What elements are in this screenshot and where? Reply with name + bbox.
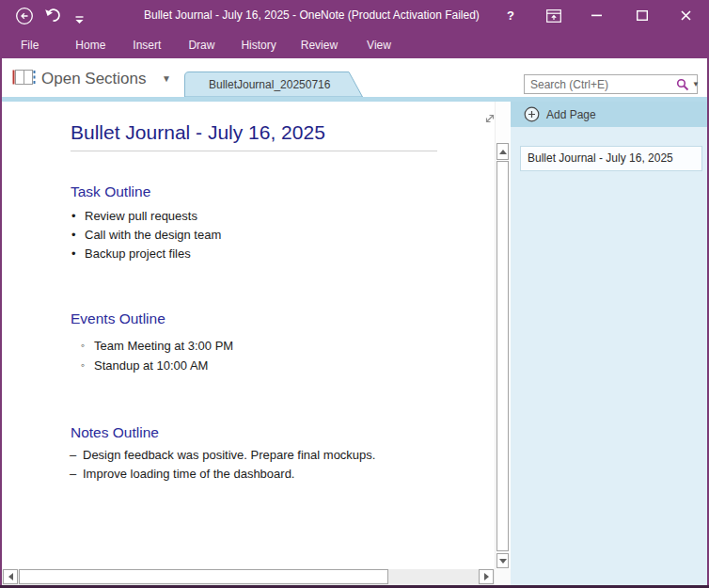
ribbon-display-options-button[interactable] xyxy=(542,4,566,27)
back-button[interactable] xyxy=(15,7,34,29)
triangle-up-icon xyxy=(499,150,507,154)
page-title[interactable]: Bullet Journal - July 16, 2025 xyxy=(71,121,325,144)
plus-circle-icon xyxy=(524,106,540,122)
section-events-outline: Events Outline Team Meeting at 3:00 PM S… xyxy=(2,310,233,375)
search-input[interactable] xyxy=(525,78,676,91)
tab-strip-band xyxy=(0,97,709,102)
notebook-icon xyxy=(12,69,37,90)
triangle-down-icon xyxy=(499,559,507,564)
scroll-right-button[interactable] xyxy=(479,569,494,584)
search-box: ▼ xyxy=(524,74,698,94)
window-border-left xyxy=(0,58,2,585)
section-tab-label: BulletJournal_20250716 xyxy=(209,78,330,91)
list-item[interactable]: Team Meeting at 3:00 PM xyxy=(81,336,233,356)
page-title-underline xyxy=(71,151,437,151)
search-scope-caret-icon[interactable]: ▼ xyxy=(689,80,704,88)
list-item[interactable]: Backup project files xyxy=(71,245,221,263)
horizontal-scrollbar-thumb[interactable] xyxy=(19,569,388,584)
maximize-button[interactable] xyxy=(630,4,654,27)
scroll-up-button[interactable] xyxy=(496,143,509,160)
section-heading[interactable]: Events Outline xyxy=(71,310,233,327)
help-button[interactable]: ? xyxy=(498,4,523,27)
open-sections-dropdown[interactable]: Open Sections xyxy=(41,70,147,88)
chevron-down-icon[interactable]: ▼ xyxy=(162,73,171,84)
menu-tab-insert[interactable]: Insert xyxy=(133,39,161,52)
close-button[interactable] xyxy=(673,4,698,27)
list-item[interactable]: Review pull requests xyxy=(71,207,221,226)
navigation-bar: Open Sections ▼ BulletJournal_20250716 ▼ xyxy=(0,58,709,97)
vertical-scrollbar[interactable] xyxy=(495,102,509,569)
minimize-button[interactable] xyxy=(584,4,608,27)
add-page-label: Add Page xyxy=(546,108,596,121)
page-list-sidebar: Add Page Bullet Journal - July 16, 2025 xyxy=(511,102,707,585)
triangle-left-icon xyxy=(8,573,13,580)
page-list-item-selected[interactable]: Bullet Journal - July 16, 2025 xyxy=(520,146,702,171)
window-title: Bullet Journal - July 16, 2025 - OneNote… xyxy=(144,8,480,22)
vertical-scrollbar-thumb[interactable] xyxy=(496,161,509,551)
menu-tab-file[interactable]: File xyxy=(21,39,39,52)
list-item[interactable]: Design feedback was positive. Prepare fi… xyxy=(70,446,375,465)
list-item[interactable]: Standup at 10:00 AM xyxy=(81,356,233,375)
notes-list: Design feedback was positive. Prepare fi… xyxy=(70,446,375,484)
scroll-down-button[interactable] xyxy=(496,553,509,568)
scroll-left-button[interactable] xyxy=(3,569,18,584)
list-item[interactable]: Improve loading time of the dashboard. xyxy=(70,465,375,484)
menu-tab-draw[interactable]: Draw xyxy=(188,39,214,52)
ribbon-tab-bar: File Home Insert Draw History Review Vie… xyxy=(0,31,709,58)
menu-tab-home[interactable]: Home xyxy=(75,39,105,52)
list-item[interactable]: Call with the design team xyxy=(71,226,221,245)
section-heading[interactable]: Task Outline xyxy=(71,183,221,200)
customize-quick-access-toolbar-icon[interactable] xyxy=(75,11,84,28)
search-icon[interactable] xyxy=(676,78,689,91)
section-tab-bulletjournal[interactable]: BulletJournal_20250716 xyxy=(184,72,372,97)
onenote-window: Bullet Journal - July 16, 2025 - OneNote… xyxy=(0,0,709,588)
undo-button[interactable] xyxy=(44,8,61,26)
task-list: Review pull requests Call with the desig… xyxy=(71,207,221,263)
scrollbar-corner xyxy=(495,569,511,585)
section-task-outline: Task Outline Review pull requests Call w… xyxy=(2,183,221,263)
triangle-right-icon xyxy=(484,573,489,580)
menu-tab-history[interactable]: History xyxy=(241,39,276,52)
horizontal-scrollbar[interactable] xyxy=(2,569,495,585)
menu-tab-view[interactable]: View xyxy=(367,39,391,52)
section-notes-outline: Notes Outline Design feedback was positi… xyxy=(2,424,375,484)
page-canvas[interactable]: Bullet Journal - July 16, 2025 Task Outl… xyxy=(2,102,495,569)
menu-tab-review[interactable]: Review xyxy=(301,39,338,52)
section-heading[interactable]: Notes Outline xyxy=(71,424,375,441)
add-page-button[interactable]: Add Page xyxy=(511,102,707,127)
events-list: Team Meeting at 3:00 PM Standup at 10:00… xyxy=(81,336,233,375)
